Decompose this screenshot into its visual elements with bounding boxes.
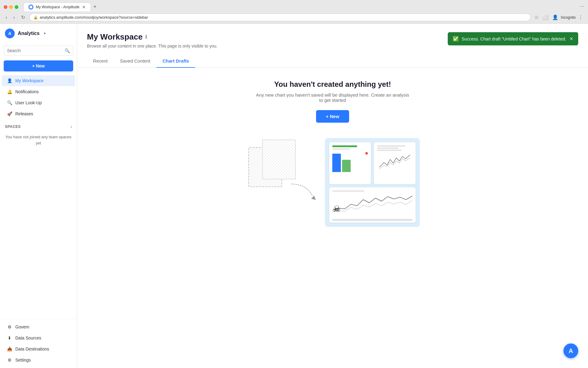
- tab-chart-drafts[interactable]: Chart Drafts: [156, 55, 195, 68]
- data-sources-icon: ⬇: [7, 335, 12, 341]
- page-subtitle: Browse all your content in one place. Th…: [87, 44, 217, 48]
- releases-icon: 🚀: [7, 111, 12, 117]
- forward-button[interactable]: ›: [11, 13, 17, 21]
- bottom-bar: [332, 219, 413, 221]
- line-1: [377, 145, 405, 147]
- close-button[interactable]: [4, 5, 7, 9]
- new-button[interactable]: + New: [4, 60, 73, 71]
- menu-icon[interactable]: ⋮: [577, 13, 584, 21]
- chart-header-line: [332, 145, 357, 147]
- back-button[interactable]: ‹: [4, 13, 9, 21]
- success-message: Success. Chart draft "Untitled Chart" ha…: [462, 36, 566, 41]
- tab-bar: My Workspace - Amplitude ✕ +: [23, 2, 578, 11]
- search-input[interactable]: Search 🔍: [4, 46, 73, 56]
- sidebar-item-data-sources[interactable]: ⬇ Data Sources: [2, 332, 75, 343]
- browser-titlebar: My Workspace - Amplitude ✕ + ⋯: [0, 0, 588, 11]
- tab-recent[interactable]: Recent: [87, 55, 114, 68]
- empty-state-title: You haven't created anything yet!: [274, 80, 391, 89]
- sidebar-header[interactable]: A Analytics ▾: [0, 24, 77, 43]
- spaces-empty-text: You have not joined any team spaces yet: [5, 132, 72, 148]
- sidebar-item-label: Data Sources: [15, 335, 41, 340]
- bar-chart-bars: [332, 152, 368, 172]
- fab-button[interactable]: A: [564, 343, 578, 358]
- tab-saved-content[interactable]: Saved Content: [114, 55, 156, 68]
- data-destinations-icon: 📤: [7, 346, 12, 352]
- sidebar-item-releases[interactable]: 🚀 Releases: [2, 108, 75, 119]
- browser-toolbar: ‹ › ↻ 🔒 analytics.amplitude.com/moodjoy/…: [0, 11, 588, 23]
- main-content: My Workspace ℹ Browse all your content i…: [77, 24, 588, 368]
- tabs-container: Recent Saved Content Chart Drafts: [77, 55, 588, 68]
- fab-icon: A: [569, 347, 573, 355]
- tab-title: My Workspace - Amplitude: [36, 5, 80, 9]
- sidebar-item-my-workspace[interactable]: 👤 My Workspace: [2, 75, 75, 86]
- sidebar-item-label: Releases: [15, 111, 33, 116]
- page-title-info-icon[interactable]: ℹ: [145, 34, 147, 40]
- url-text: analytics.amplitude.com/moodjoy/workspac…: [40, 15, 527, 20]
- account-icon[interactable]: 👤: [551, 13, 560, 21]
- sidebar-item-label: Notifications: [15, 89, 39, 94]
- dashboard-illustration: ☠: [325, 138, 420, 227]
- window-controls-icon: ⋯: [580, 4, 584, 9]
- spaces-expand-button[interactable]: ›: [70, 124, 72, 129]
- success-check-icon: ✅: [453, 36, 459, 42]
- top-chart-row: [329, 142, 416, 184]
- spaces-section: SPACES › You have not joined any team sp…: [0, 121, 77, 152]
- svg-marker-0: [311, 196, 316, 200]
- sidebar-item-govern[interactable]: ⚙ Govern: [2, 321, 75, 332]
- app-container: A Analytics ▾ Search 🔍 + New 👤 My Worksp…: [0, 24, 588, 368]
- sidebar-item-label: Govern: [15, 324, 29, 329]
- tabs: Recent Saved Content Chart Drafts: [87, 55, 578, 67]
- incognito-label: Incognito: [561, 15, 576, 20]
- star-icon[interactable]: ☆: [533, 13, 540, 21]
- incognito-badge[interactable]: Incognito: [561, 15, 576, 20]
- dot-indicator: [365, 152, 368, 155]
- hatched-pattern: [263, 140, 295, 179]
- refresh-button[interactable]: ↻: [19, 13, 27, 21]
- address-bar[interactable]: 🔒 analytics.amplitude.com/moodjoy/worksp…: [29, 13, 531, 21]
- line-chart-card: [374, 142, 416, 184]
- page-title-row: My Workspace ℹ Browse all your content i…: [87, 32, 578, 48]
- maximize-button[interactable]: [15, 5, 18, 9]
- browser-chrome: My Workspace - Amplitude ✕ + ⋯ ‹ › ↻ 🔒 a…: [0, 0, 588, 24]
- new-tab-button[interactable]: +: [91, 2, 99, 11]
- minimize-button[interactable]: [9, 5, 13, 9]
- bar-chart-card: [329, 142, 371, 184]
- curved-arrow-svg: [288, 181, 319, 205]
- sidebar-bottom: ⚙ Govern ⬇ Data Sources 📤 Data Destinati…: [0, 319, 77, 368]
- user-lookup-icon: 🔍: [7, 100, 12, 105]
- sparkline-svg: [377, 153, 413, 170]
- settings-icon: ⚙: [7, 357, 12, 363]
- chart-sub-line: [332, 148, 350, 150]
- bar-green: [342, 160, 351, 172]
- secure-icon: 🔒: [33, 15, 38, 20]
- traffic-lights: [4, 5, 18, 9]
- tab-close-button[interactable]: ✕: [82, 5, 86, 10]
- app-dropdown-chevron: ▾: [44, 31, 46, 36]
- spaces-title: SPACES: [5, 125, 21, 129]
- sidebar-item-label: Data Destinations: [15, 347, 49, 351]
- empty-state: You haven't created anything yet! Any ne…: [77, 68, 588, 368]
- spaces-header: SPACES ›: [5, 124, 72, 129]
- page-header: My Workspace ℹ Browse all your content i…: [77, 24, 588, 48]
- sidebar-item-notifications[interactable]: 🔔 Notifications: [2, 86, 75, 97]
- sidebar: A Analytics ▾ Search 🔍 + New 👤 My Worksp…: [0, 24, 77, 368]
- search-placeholder: Search: [7, 48, 62, 53]
- success-close-button[interactable]: ✕: [569, 36, 573, 42]
- cast-icon[interactable]: ⬜: [541, 13, 550, 21]
- sidebar-item-settings[interactable]: ⚙ Settings: [2, 355, 75, 366]
- bottom-chart-card: ☠: [329, 187, 416, 223]
- bottom-sparkline-svg: [332, 194, 413, 213]
- search-icon: 🔍: [65, 48, 70, 53]
- sidebar-item-user-lookup[interactable]: 🔍 User Look-Up: [2, 97, 75, 108]
- empty-new-button[interactable]: + New: [316, 110, 349, 123]
- sidebar-item-data-destinations[interactable]: 📤 Data Destinations: [2, 343, 75, 355]
- mascot-figure: ☠: [333, 205, 341, 213]
- success-banner: ✅ Success. Chart draft "Untitled Chart" …: [448, 32, 578, 45]
- bar-blue: [332, 154, 341, 172]
- sidebar-item-label: User Look-Up: [15, 100, 42, 105]
- toolbar-actions: ☆ ⬜ 👤 Incognito ⋮: [533, 13, 584, 21]
- sidebar-item-label: Settings: [15, 358, 31, 362]
- line-2: [377, 148, 398, 149]
- active-tab[interactable]: My Workspace - Amplitude ✕: [23, 2, 91, 11]
- blank-drafts-illustration: [245, 138, 307, 199]
